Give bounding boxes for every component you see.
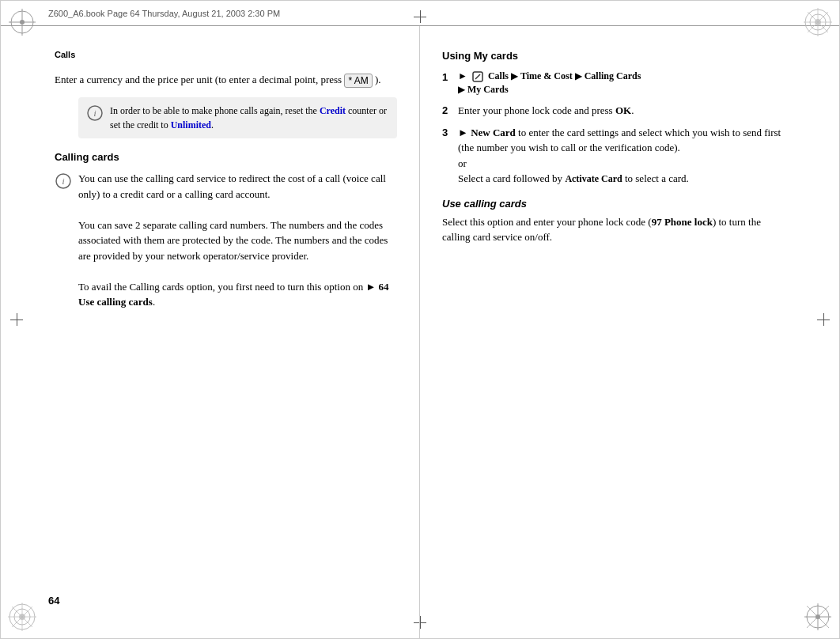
intro-text-end: ). — [375, 74, 381, 85]
use-calling-body1: Select this option and enter your phone … — [442, 216, 652, 228]
step-3-num: 3 — [442, 125, 453, 187]
note-box: i In order to be able to make phone call… — [78, 97, 397, 138]
step-2-num: 2 — [442, 103, 453, 119]
note-link-unlimited: Unlimited — [171, 119, 211, 130]
note-icon: i — [86, 104, 104, 122]
intro-paragraph: Enter a currency and the price per unit … — [55, 72, 397, 88]
steps-list: 1 ► Calls ▶ Time & Cost ▶ Calling Cards▶… — [442, 70, 785, 187]
step-2-ok: OK — [615, 104, 631, 116]
step-3-content: ► New Card to enter the card settings an… — [458, 125, 785, 187]
step-3-body2-end: to select a card. — [625, 172, 689, 184]
step-3: 3 ► New Card to enter the card settings … — [442, 125, 785, 187]
step-1: 1 ► Calls ▶ Time & Cost ▶ Calling Cards▶… — [442, 70, 785, 96]
calling-cards-body-3: To avail the Calling cards option, you f… — [78, 281, 363, 293]
left-column: Calls Enter a currency and the price per… — [1, 26, 420, 638]
star-button: * AM — [344, 74, 372, 89]
calling-cards-info: i You can use the calling card service t… — [55, 171, 397, 310]
right-column: Using My cards 1 ► Calls ▶ Time & Cost ▶… — [420, 26, 839, 638]
page-outer: Z600_A6.book Page 64 Thursday, August 21… — [0, 0, 840, 639]
intro-text-before: Enter a currency and the price per unit … — [55, 74, 342, 85]
use-calling-section: Use calling cards Select this option and… — [442, 198, 785, 245]
content-area: Calls Enter a currency and the price per… — [1, 26, 839, 638]
step-1-arrow: ► — [458, 70, 467, 81]
calls-icon — [471, 70, 484, 83]
note-text: In order to be able to make phone calls … — [110, 104, 389, 132]
step-2-content: Enter your phone lock code and press OK. — [458, 103, 785, 119]
calling-cards-body-2: You can save 2 separate calling card num… — [78, 219, 388, 262]
svg-text:i: i — [62, 176, 64, 186]
step-2-suffix: . — [631, 104, 634, 116]
step-3-body2: Select a card followed by — [458, 172, 562, 184]
page-category: Calls — [55, 50, 397, 59]
step-3-arrow: ► — [458, 127, 468, 138]
step-2: 2 Enter your phone lock code and press O… — [442, 103, 785, 119]
step-1-num: 1 — [442, 70, 453, 96]
use-calling-ref: 97 Phone lock — [652, 216, 713, 228]
use-calling-body: Select this option and enter your phone … — [442, 214, 785, 245]
info-icon: i — [55, 172, 72, 190]
use-calling-heading: Use calling cards — [442, 198, 785, 210]
svg-point-3 — [20, 20, 25, 25]
note-link-credit: Credit — [320, 105, 346, 116]
step-3-or: or — [458, 157, 467, 169]
calling-cards-suffix: . — [153, 296, 155, 308]
svg-text:i: i — [93, 108, 96, 118]
using-my-cards-heading: Using My cards — [442, 50, 785, 62]
midpoint-top — [414, 10, 426, 23]
calling-cards-body-1: You can use the calling card service to … — [78, 172, 386, 200]
calling-cards-heading: Calling cards — [55, 151, 397, 163]
note-text-before: In order to be able to make phone calls … — [110, 105, 317, 116]
step-1-content: ► Calls ▶ Time & Cost ▶ Calling Cards▶ M… — [458, 70, 785, 96]
calling-cards-body: You can use the calling card service to … — [78, 171, 397, 310]
note-text-end: . — [211, 119, 214, 130]
step-2-text: Enter your phone lock code and press — [458, 104, 613, 116]
svg-line-29 — [475, 74, 480, 79]
step-1-menu: Calls ▶ Time & Cost ▶ Calling Cards▶ My … — [458, 70, 641, 95]
step-3-new-card: New Card — [471, 127, 516, 138]
step-3-activate-card: Activate Card — [565, 173, 622, 184]
header-text: Z600_A6.book Page 64 Thursday, August 21… — [48, 9, 280, 18]
